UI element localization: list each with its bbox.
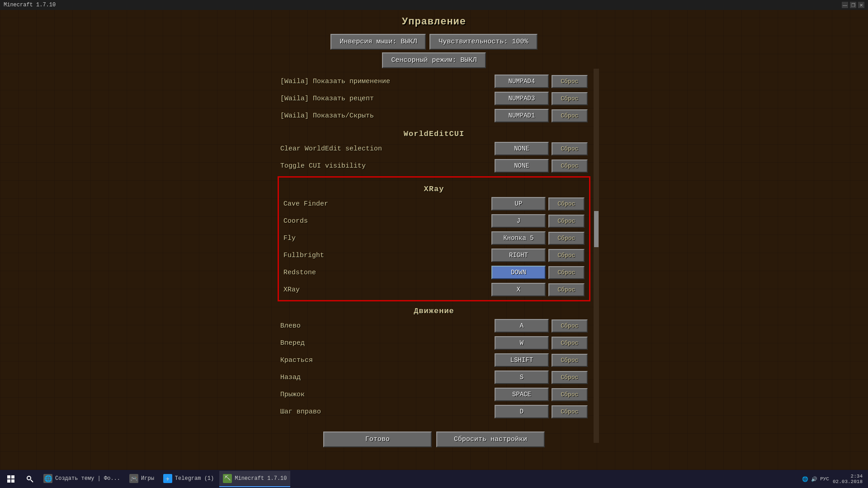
clock-date: 02.03.2018 bbox=[833, 479, 863, 484]
xray-label-2: Fly bbox=[283, 235, 491, 242]
taskbar-label-3: Minecraft 1.7.10 bbox=[235, 475, 287, 482]
svg-rect-1 bbox=[11, 475, 14, 479]
waila-reset-2[interactable]: Сброс bbox=[552, 109, 588, 122]
xray-key-0[interactable]: UP bbox=[491, 197, 546, 211]
movement-reset-2[interactable]: Сброс bbox=[552, 354, 588, 367]
svg-rect-0 bbox=[7, 475, 10, 479]
waila-row-2: [Waila] Показать/Скрыть NUMPAD1 Сброс bbox=[276, 107, 592, 124]
xray-reset-0[interactable]: Сброс bbox=[548, 197, 585, 211]
movement-reset-3[interactable]: Сброс bbox=[552, 371, 588, 384]
movement-key-3[interactable]: S bbox=[495, 371, 549, 384]
top-controls-row1: Инверсия мыши: ВЫКЛ Чувствительность: 10… bbox=[330, 34, 537, 50]
worldedit-label-0: Clear WorldEdit selection bbox=[280, 145, 495, 153]
movement-row-4: Прыжок SPACE Сброс bbox=[276, 386, 592, 403]
worldedit-reset-0[interactable]: Сброс bbox=[552, 142, 588, 155]
movement-label-2: Красться bbox=[280, 357, 495, 364]
close-button[interactable]: ✕ bbox=[858, 2, 864, 8]
movement-key-4[interactable]: SPACE bbox=[495, 388, 549, 401]
worldedit-label-1: Toggle CUI visibility bbox=[280, 162, 495, 170]
taskbar-app-0[interactable]: 🌐 Создать тему | Фо... bbox=[40, 471, 124, 487]
taskbar-icon-1: 🎮 bbox=[129, 474, 138, 483]
worldedit-row-0: Clear WorldEdit selection NONE Сброс bbox=[276, 140, 592, 157]
movement-row-2: Красться LSHIFT Сброс bbox=[276, 352, 592, 369]
worldedit-section-header: WorldEditCUI bbox=[276, 130, 592, 138]
movement-key-1[interactable]: W bbox=[495, 336, 549, 350]
xray-row-4: Redstone DOWN Сброс bbox=[279, 264, 589, 281]
xray-label-5: XRay bbox=[283, 286, 491, 294]
xray-reset-1[interactable]: Сброс bbox=[548, 215, 585, 228]
movement-key-5[interactable]: D bbox=[495, 405, 549, 418]
waila-row-1: [Waila] Показать рецепт NUMPAD3 Сброс bbox=[276, 90, 592, 107]
minimize-button[interactable]: — bbox=[842, 2, 848, 8]
keybind-list: [Waila] Показать применение NUMPAD4 Сбро… bbox=[276, 73, 592, 470]
waila-key-0[interactable]: NUMPAD4 bbox=[495, 75, 549, 88]
movement-label-5: Шаг вправо bbox=[280, 408, 495, 416]
waila-label-0: [Waila] Показать применение bbox=[280, 78, 495, 85]
movement-reset-0[interactable]: Сброс bbox=[552, 319, 588, 333]
taskbar-label-1: Игры bbox=[141, 475, 154, 482]
movement-label-3: Назад bbox=[280, 374, 495, 381]
movement-key-2[interactable]: LSHIFT bbox=[495, 353, 549, 367]
taskbar-app-2[interactable]: ✈ Telegram (1) bbox=[160, 471, 217, 487]
taskbar-icon-0: 🌐 bbox=[43, 474, 52, 483]
page-title: Управление bbox=[402, 16, 466, 28]
waila-key-2[interactable]: NUMPAD1 bbox=[495, 109, 549, 122]
xray-reset-2[interactable]: Сброс bbox=[548, 232, 585, 245]
svg-line-5 bbox=[31, 480, 33, 482]
movement-reset-5[interactable]: Сброс bbox=[552, 405, 588, 418]
svg-rect-2 bbox=[7, 479, 10, 483]
taskbar-app-3[interactable]: ⛏ Minecraft 1.7.10 bbox=[219, 471, 290, 487]
xray-key-3[interactable]: RIGHT bbox=[491, 249, 546, 262]
movement-reset-4[interactable]: Сброс bbox=[552, 388, 588, 401]
svg-point-4 bbox=[27, 476, 31, 480]
done-button[interactable]: Готово bbox=[323, 432, 432, 447]
waila-key-1[interactable]: NUMPAD3 bbox=[495, 92, 549, 105]
xray-row-5: XRay X Сброс bbox=[279, 281, 589, 298]
scrollbar-thumb[interactable] bbox=[594, 211, 599, 247]
worldedit-reset-1[interactable]: Сброс bbox=[552, 160, 588, 173]
waila-reset-0[interactable]: Сброс bbox=[552, 75, 588, 88]
invert-mouse-button[interactable]: Инверсия мыши: ВЫКЛ bbox=[330, 34, 426, 50]
taskbar-icon-2: ✈ bbox=[163, 474, 172, 483]
maximize-button[interactable]: ❐ bbox=[850, 2, 856, 8]
sensitivity-button[interactable]: Чувствительность: 100% bbox=[429, 34, 537, 50]
worldedit-row-1: Toggle CUI visibility NONE Сброс bbox=[276, 157, 592, 174]
xray-label-3: Fullbright bbox=[283, 252, 491, 259]
top-controls: Инверсия мыши: ВЫКЛ Чувствительность: 10… bbox=[276, 34, 592, 68]
xray-section-box: XRay Cave Finder UP Сброс Coords J Сброс… bbox=[278, 176, 590, 301]
worldedit-key-1[interactable]: NONE bbox=[495, 159, 549, 173]
movement-label-1: Вперед bbox=[280, 339, 495, 347]
scrollbar-track[interactable] bbox=[594, 69, 599, 443]
movement-label-4: Прыжок bbox=[280, 391, 495, 399]
movement-row-1: Вперед W Сброс bbox=[276, 334, 592, 352]
xray-key-4[interactable]: DOWN bbox=[491, 266, 546, 279]
volume-icon: 🔊 bbox=[811, 476, 817, 482]
xray-key-2[interactable]: Кнопка 5 bbox=[491, 231, 546, 245]
search-button[interactable] bbox=[22, 471, 38, 487]
lang-indicator: РУС bbox=[820, 476, 829, 482]
movement-row-3: Назад S Сброс bbox=[276, 369, 592, 386]
taskbar-app-1[interactable]: 🎮 Игры bbox=[126, 471, 158, 487]
touch-mode-button[interactable]: Сенсорный режим: ВЫКЛ bbox=[382, 52, 486, 68]
start-button[interactable] bbox=[2, 471, 20, 487]
reset-all-button[interactable]: Сбросить настройки bbox=[436, 432, 545, 447]
movement-key-0[interactable]: A bbox=[495, 319, 549, 333]
xray-key-1[interactable]: J bbox=[491, 214, 546, 228]
taskbar-label-0: Создать тему | Фо... bbox=[55, 475, 120, 482]
xray-key-5[interactable]: X bbox=[491, 283, 546, 296]
waila-row-0: [Waila] Показать применение NUMPAD4 Сбро… bbox=[276, 73, 592, 90]
xray-reset-4[interactable]: Сброс bbox=[548, 266, 585, 279]
game-area: Управление Инверсия мыши: ВЫКЛ Чувствите… bbox=[0, 10, 868, 470]
xray-reset-5[interactable]: Сброс bbox=[548, 283, 585, 296]
taskbar-label-2: Telegram (1) bbox=[175, 475, 214, 482]
xray-label-1: Coords bbox=[283, 217, 491, 225]
xray-reset-3[interactable]: Сброс bbox=[548, 249, 585, 262]
waila-label-1: [Waila] Показать рецепт bbox=[280, 95, 495, 103]
xray-label-0: Cave Finder bbox=[283, 200, 491, 208]
worldedit-key-0[interactable]: NONE bbox=[495, 142, 549, 155]
settings-panel: Управление Инверсия мыши: ВЫКЛ Чувствите… bbox=[276, 10, 592, 470]
xray-section-header: XRay bbox=[279, 185, 589, 193]
waila-reset-1[interactable]: Сброс bbox=[552, 92, 588, 105]
movement-reset-1[interactable]: Сброс bbox=[552, 337, 588, 350]
xray-row-3: Fullbright RIGHT Сброс bbox=[279, 247, 589, 264]
